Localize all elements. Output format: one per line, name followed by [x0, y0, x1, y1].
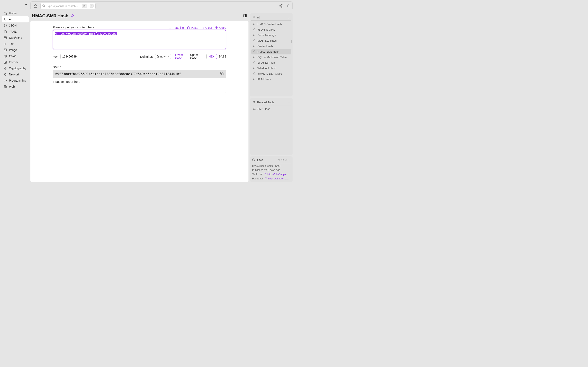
base64-option[interactable]: BASE64	[217, 54, 226, 59]
clear-button[interactable]: Clear	[201, 26, 212, 29]
info-card: 1.0.0 ⌄ HMAC hash tool for SM3 Published…	[250, 156, 293, 182]
tool-list-item[interactable]: Snefru Hash	[251, 43, 291, 49]
related-tools-header[interactable]: Related Tools ⌄	[251, 99, 291, 105]
sidebar-item-label: Image	[9, 48, 17, 52]
tool-list-item[interactable]: IP Address	[251, 76, 291, 82]
paste-button[interactable]: Paste	[187, 26, 198, 29]
all-tools-header[interactable]: All ⌄	[251, 15, 291, 21]
search-icon	[42, 4, 45, 8]
tool-list-item[interactable]: SHA512 Hash	[251, 60, 291, 66]
search-shortcut: ⌘ + K	[82, 4, 94, 8]
upper-case-option[interactable]: Upper Case	[188, 54, 203, 59]
sidebar-item-label: All	[9, 18, 12, 21]
sidebar-item-json[interactable]: JSON	[2, 22, 29, 29]
sidebar-item-programming[interactable]: Programming	[2, 77, 29, 83]
tool-list-item[interactable]: MD6_512 Hash	[251, 38, 291, 43]
sidebar-item-all[interactable]: All	[2, 16, 29, 22]
sidebar-item-web[interactable]: Web	[2, 83, 29, 90]
sidebar-item-cryptography[interactable]: Cryptography	[2, 65, 29, 71]
bolt-icon	[278, 159, 280, 162]
tool-list-label: MD6_512 Hash	[258, 39, 277, 42]
svg-point-15	[281, 7, 282, 8]
svg-point-11	[43, 4, 44, 6]
tool-list-item[interactable]: Whirlpool Hash	[251, 66, 291, 71]
search-box[interactable]: ⌘ + K	[40, 3, 95, 9]
svg-rect-21	[245, 14, 246, 17]
hex-option[interactable]: HEX	[207, 54, 217, 59]
scrollbar-thumb[interactable]	[291, 40, 292, 43]
share-button[interactable]	[279, 4, 283, 8]
file-icon	[4, 30, 7, 33]
delimiter-label: Delimiter:	[140, 55, 153, 58]
sidebar-item-image[interactable]: Image	[2, 47, 29, 53]
output-value: 69f738a9fb4f7559145afcafb7f87b2cf88cac37…	[55, 72, 181, 76]
bell-icon	[4, 18, 7, 21]
calendar-icon	[4, 36, 7, 39]
sidebar-item-encode[interactable]: Encode	[2, 59, 29, 65]
sidebar-item-text[interactable]: Text	[2, 41, 29, 47]
chevron-down-icon[interactable]: ⌄	[288, 159, 291, 162]
tool-list-item[interactable]: HMAC-Snefru Hash	[251, 21, 291, 27]
svg-rect-25	[222, 73, 223, 75]
delimiter-select[interactable]: (empty) ▾	[155, 54, 171, 59]
bell-icon	[253, 78, 256, 81]
svg-rect-7	[4, 61, 7, 63]
info-description: HMAC hash tool for SM3	[252, 165, 291, 167]
globe-icon	[281, 159, 284, 162]
bell-icon	[253, 108, 256, 110]
key-input[interactable]	[61, 54, 99, 59]
copy-output-button[interactable]	[220, 72, 224, 76]
panel-toggle-button[interactable]	[243, 14, 247, 18]
sidebar-item-home[interactable]: Home	[2, 10, 29, 16]
tool-list-label: SQL to Markdown Table	[258, 56, 287, 59]
tool-list-label: YAML To Dart Class	[258, 72, 282, 75]
globe-icon	[4, 85, 7, 88]
tool-list-item[interactable]: Code To Image	[251, 33, 291, 38]
comparer-input[interactable]	[53, 87, 226, 93]
sidebar-item-datetime[interactable]: Date/Time	[2, 35, 29, 41]
page-title: HMAC-SM3 Hash	[32, 13, 68, 18]
tool-list-label: Whirlpool Hash	[258, 67, 276, 70]
sidebar-collapse-button[interactable]	[25, 3, 28, 7]
tool-list-item[interactable]: SQL to Markdown Table	[251, 54, 291, 60]
chevron-down-icon: ⌄	[288, 101, 290, 104]
sidebar-item-label: Text	[9, 42, 14, 45]
encode-icon	[4, 60, 7, 64]
tool-list-item[interactable]: HMAC-SM3 Hash	[251, 49, 291, 54]
svg-point-31	[285, 159, 287, 161]
favorite-button[interactable]	[70, 14, 74, 18]
svg-rect-24	[217, 27, 218, 29]
palette-icon	[4, 54, 7, 58]
lower-case-option[interactable]: Lower Case	[173, 54, 188, 59]
sidebar-item-network[interactable]: Network	[2, 71, 29, 77]
user-button[interactable]	[286, 4, 290, 8]
tool-link[interactable]: https://t.he3app.co…	[267, 173, 291, 176]
svg-point-8	[5, 75, 5, 76]
copy-link-icon[interactable]	[264, 173, 266, 176]
sidebar-item-label: Programming	[9, 79, 26, 82]
bell-icon	[253, 50, 256, 53]
search-input[interactable]	[46, 4, 82, 8]
sidebar-item-yaml[interactable]: YAML	[2, 29, 29, 35]
copy-button[interactable]: Copy	[215, 26, 226, 29]
output-box: 69f738a9fb4f7559145afcafb7f87b2cf88cac37…	[53, 70, 226, 78]
code-icon	[4, 79, 7, 82]
svg-point-5	[5, 49, 5, 50]
topbar: ⌘ + K	[30, 1, 293, 10]
read-file-button[interactable]: Read file	[169, 26, 184, 29]
encoding-toggle: HEX BASE64	[207, 54, 226, 59]
sidebar-item-label: Cryptography	[9, 67, 26, 70]
feedback-link[interactable]: https://github.com/…	[268, 177, 291, 180]
sidebar-item-color[interactable]: Color	[2, 53, 29, 59]
content-textarea[interactable]: A Free, Modern Toolbox, Built for Develo…	[53, 30, 226, 49]
tool-list-item[interactable]: JSON To XML	[251, 27, 291, 33]
home-button[interactable]	[33, 3, 38, 9]
tool-list-item[interactable]: YAML To Dart Class	[251, 71, 291, 76]
bell-icon	[253, 56, 256, 59]
related-tool-item[interactable]: SM3 Hash	[251, 106, 291, 112]
input-label: Please input your content here:	[53, 25, 95, 29]
tool-list-label: IP Address	[258, 78, 271, 81]
bell-icon	[253, 61, 256, 64]
sidebar: Home All JSON YAML Date/Time Text	[0, 0, 30, 184]
bell-icon	[253, 67, 256, 70]
